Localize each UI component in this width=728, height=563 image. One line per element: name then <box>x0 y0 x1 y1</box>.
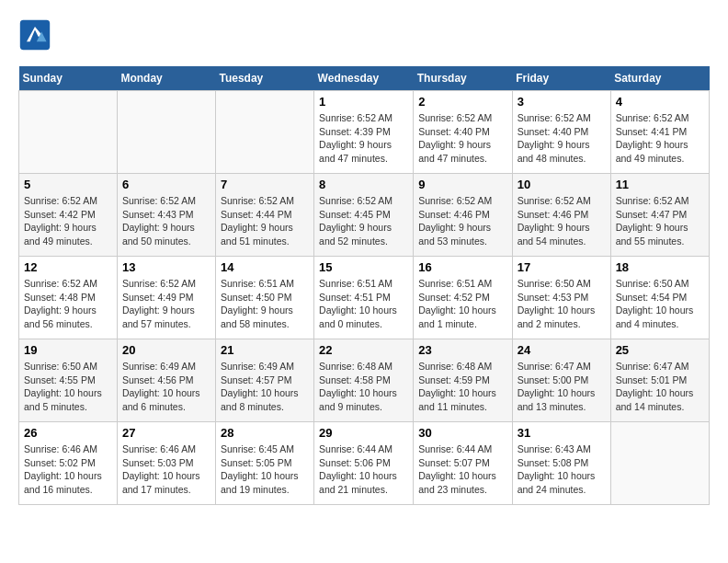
calendar-cell: 28Sunrise: 6:45 AM Sunset: 5:05 PM Dayli… <box>215 422 313 505</box>
calendar-cell: 5Sunrise: 6:52 AM Sunset: 4:42 PM Daylig… <box>19 174 118 257</box>
calendar-cell: 10Sunrise: 6:52 AM Sunset: 4:46 PM Dayli… <box>512 174 610 257</box>
day-number: 23 <box>418 343 506 357</box>
day-info: Sunrise: 6:52 AM Sunset: 4:42 PM Dayligh… <box>24 194 112 248</box>
day-info: Sunrise: 6:52 AM Sunset: 4:49 PM Dayligh… <box>122 277 210 331</box>
logo <box>18 18 55 52</box>
day-number: 10 <box>518 178 606 191</box>
day-info: Sunrise: 6:48 AM Sunset: 4:59 PM Dayligh… <box>418 360 506 414</box>
calendar-cell: 16Sunrise: 6:51 AM Sunset: 4:52 PM Dayli… <box>414 257 512 339</box>
calendar-cell: 15Sunrise: 6:51 AM Sunset: 4:51 PM Dayli… <box>314 257 414 339</box>
weekday-header-saturday: Saturday <box>610 66 709 91</box>
day-info: Sunrise: 6:52 AM Sunset: 4:40 PM Dayligh… <box>418 111 506 166</box>
day-info: Sunrise: 6:52 AM Sunset: 4:39 PM Dayligh… <box>319 111 408 166</box>
day-number: 2 <box>418 95 506 109</box>
day-info: Sunrise: 6:46 AM Sunset: 5:03 PM Dayligh… <box>122 442 210 497</box>
calendar-cell: 26Sunrise: 6:46 AM Sunset: 5:02 PM Dayli… <box>19 422 118 505</box>
weekday-header-wednesday: Wednesday <box>314 66 414 91</box>
day-info: Sunrise: 6:51 AM Sunset: 4:52 PM Dayligh… <box>418 277 506 331</box>
day-info: Sunrise: 6:52 AM Sunset: 4:46 PM Dayligh… <box>418 194 506 248</box>
week-row-4: 19Sunrise: 6:50 AM Sunset: 4:55 PM Dayli… <box>19 339 710 422</box>
day-info: Sunrise: 6:52 AM Sunset: 4:44 PM Dayligh… <box>221 194 309 248</box>
day-number: 29 <box>319 426 408 440</box>
day-number: 17 <box>518 260 606 274</box>
day-info: Sunrise: 6:49 AM Sunset: 4:56 PM Dayligh… <box>122 360 210 414</box>
calendar-cell: 20Sunrise: 6:49 AM Sunset: 4:56 PM Dayli… <box>117 339 215 422</box>
day-number: 3 <box>518 95 606 109</box>
calendar-cell <box>117 91 215 174</box>
day-info: Sunrise: 6:46 AM Sunset: 5:02 PM Dayligh… <box>24 442 112 497</box>
day-number: 30 <box>418 426 506 440</box>
calendar-cell: 13Sunrise: 6:52 AM Sunset: 4:49 PM Dayli… <box>117 257 215 339</box>
calendar-cell: 19Sunrise: 6:50 AM Sunset: 4:55 PM Dayli… <box>19 339 118 422</box>
day-number: 25 <box>616 343 704 357</box>
day-info: Sunrise: 6:51 AM Sunset: 4:50 PM Dayligh… <box>221 277 309 331</box>
day-number: 12 <box>24 260 112 274</box>
day-info: Sunrise: 6:51 AM Sunset: 4:51 PM Dayligh… <box>319 277 408 331</box>
calendar-cell: 31Sunrise: 6:43 AM Sunset: 5:08 PM Dayli… <box>512 422 610 505</box>
week-row-5: 26Sunrise: 6:46 AM Sunset: 5:02 PM Dayli… <box>19 422 710 505</box>
day-number: 16 <box>418 260 506 274</box>
calendar-cell: 21Sunrise: 6:49 AM Sunset: 4:57 PM Dayli… <box>215 339 313 422</box>
calendar-cell: 23Sunrise: 6:48 AM Sunset: 4:59 PM Dayli… <box>414 339 512 422</box>
day-number: 19 <box>24 343 112 357</box>
calendar-table: SundayMondayTuesdayWednesdayThursdayFrid… <box>18 66 710 505</box>
calendar-cell: 18Sunrise: 6:50 AM Sunset: 4:54 PM Dayli… <box>610 257 709 339</box>
day-info: Sunrise: 6:47 AM Sunset: 5:01 PM Dayligh… <box>616 360 704 414</box>
calendar-cell: 25Sunrise: 6:47 AM Sunset: 5:01 PM Dayli… <box>610 339 709 422</box>
weekday-header-friday: Friday <box>512 66 610 91</box>
day-number: 7 <box>221 178 309 191</box>
calendar-cell: 11Sunrise: 6:52 AM Sunset: 4:47 PM Dayli… <box>610 174 709 257</box>
weekday-header-sunday: Sunday <box>19 66 118 91</box>
calendar-cell: 29Sunrise: 6:44 AM Sunset: 5:06 PM Dayli… <box>314 422 414 505</box>
day-info: Sunrise: 6:47 AM Sunset: 5:00 PM Dayligh… <box>518 360 606 414</box>
calendar-cell <box>610 422 709 505</box>
logo-icon <box>18 18 51 52</box>
weekday-header-row: SundayMondayTuesdayWednesdayThursdayFrid… <box>19 66 710 91</box>
calendar-cell: 7Sunrise: 6:52 AM Sunset: 4:44 PM Daylig… <box>215 174 313 257</box>
calendar-cell: 4Sunrise: 6:52 AM Sunset: 4:41 PM Daylig… <box>610 91 709 174</box>
calendar-cell: 30Sunrise: 6:44 AM Sunset: 5:07 PM Dayli… <box>414 422 512 505</box>
day-number: 18 <box>616 260 704 274</box>
day-info: Sunrise: 6:44 AM Sunset: 5:07 PM Dayligh… <box>418 442 506 497</box>
svg-rect-0 <box>20 20 50 50</box>
calendar-cell: 2Sunrise: 6:52 AM Sunset: 4:40 PM Daylig… <box>414 91 512 174</box>
day-number: 14 <box>221 260 309 274</box>
day-number: 21 <box>221 343 309 357</box>
day-info: Sunrise: 6:49 AM Sunset: 4:57 PM Dayligh… <box>221 360 309 414</box>
day-number: 4 <box>616 95 704 109</box>
day-info: Sunrise: 6:52 AM Sunset: 4:48 PM Dayligh… <box>24 277 112 331</box>
day-number: 27 <box>122 426 210 440</box>
day-info: Sunrise: 6:52 AM Sunset: 4:41 PM Dayligh… <box>616 111 704 166</box>
day-info: Sunrise: 6:52 AM Sunset: 4:43 PM Dayligh… <box>122 194 210 248</box>
day-info: Sunrise: 6:50 AM Sunset: 4:54 PM Dayligh… <box>616 277 704 331</box>
day-number: 31 <box>518 426 606 440</box>
day-info: Sunrise: 6:52 AM Sunset: 4:46 PM Dayligh… <box>518 194 606 248</box>
day-number: 9 <box>418 178 506 191</box>
day-number: 6 <box>122 178 210 191</box>
week-row-3: 12Sunrise: 6:52 AM Sunset: 4:48 PM Dayli… <box>19 257 710 339</box>
day-number: 8 <box>319 178 408 191</box>
day-info: Sunrise: 6:52 AM Sunset: 4:40 PM Dayligh… <box>518 111 606 166</box>
day-info: Sunrise: 6:43 AM Sunset: 5:08 PM Dayligh… <box>518 442 606 497</box>
weekday-header-thursday: Thursday <box>414 66 512 91</box>
day-info: Sunrise: 6:48 AM Sunset: 4:58 PM Dayligh… <box>319 360 408 414</box>
week-row-2: 5Sunrise: 6:52 AM Sunset: 4:42 PM Daylig… <box>19 174 710 257</box>
day-number: 15 <box>319 260 408 274</box>
calendar-cell: 24Sunrise: 6:47 AM Sunset: 5:00 PM Dayli… <box>512 339 610 422</box>
day-number: 20 <box>122 343 210 357</box>
day-number: 5 <box>24 178 112 191</box>
calendar-cell: 14Sunrise: 6:51 AM Sunset: 4:50 PM Dayli… <box>215 257 313 339</box>
day-number: 11 <box>616 178 704 191</box>
day-info: Sunrise: 6:50 AM Sunset: 4:55 PM Dayligh… <box>24 360 112 414</box>
day-info: Sunrise: 6:45 AM Sunset: 5:05 PM Dayligh… <box>221 442 309 497</box>
calendar-cell <box>215 91 313 174</box>
calendar-cell: 6Sunrise: 6:52 AM Sunset: 4:43 PM Daylig… <box>117 174 215 257</box>
day-info: Sunrise: 6:52 AM Sunset: 4:45 PM Dayligh… <box>319 194 408 248</box>
calendar-body: 1Sunrise: 6:52 AM Sunset: 4:39 PM Daylig… <box>19 91 710 505</box>
day-info: Sunrise: 6:52 AM Sunset: 4:47 PM Dayligh… <box>616 194 704 248</box>
day-info: Sunrise: 6:44 AM Sunset: 5:06 PM Dayligh… <box>319 442 408 497</box>
day-number: 22 <box>319 343 408 357</box>
week-row-1: 1Sunrise: 6:52 AM Sunset: 4:39 PM Daylig… <box>19 91 710 174</box>
day-info: Sunrise: 6:50 AM Sunset: 4:53 PM Dayligh… <box>518 277 606 331</box>
day-number: 28 <box>221 426 309 440</box>
